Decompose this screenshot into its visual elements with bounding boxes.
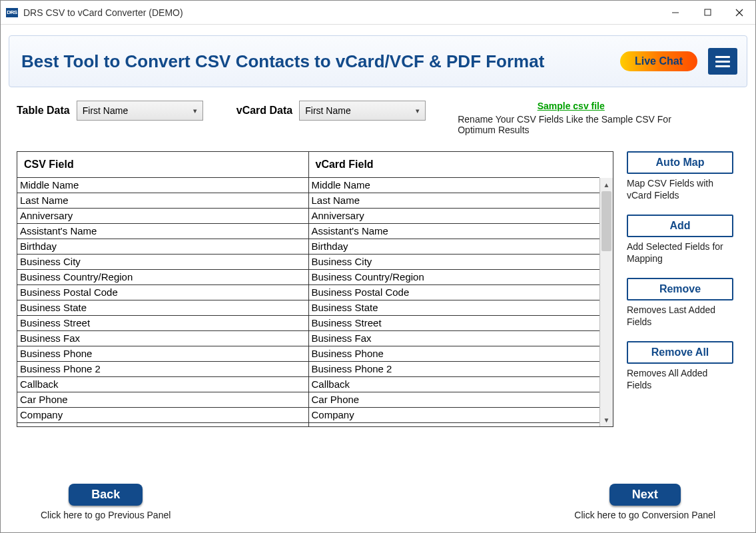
footer-nav: Back Click here to go Previous Panel Nex… <box>17 478 739 520</box>
vcard-field-cell: Business Phone <box>308 346 599 361</box>
table-row[interactable]: CallbackCallback <box>17 376 599 392</box>
csv-field-cell: Business Street <box>17 315 308 330</box>
vcard-data-label: vCard Data <box>236 101 292 117</box>
sample-hint: Rename Your CSV Fields Like the Sample C… <box>458 114 671 135</box>
app-icon: DRS <box>6 8 18 17</box>
scroll-down-icon[interactable]: ▼ <box>600 413 613 426</box>
csv-field-cell: Callback <box>17 376 308 392</box>
vcard-field-cell: Callback <box>308 376 599 392</box>
content-row: CSV Field vCard Field Middle NameMiddle … <box>17 151 739 478</box>
table-row[interactable]: CompanyCompany <box>17 407 599 422</box>
auto-map-description: Map CSV Fields with vCard Fields <box>627 178 733 201</box>
vcard-field-cell: Business Country/Region <box>308 269 599 284</box>
vcard-data-value: First Name <box>305 105 350 116</box>
window-controls <box>659 1 755 24</box>
table-row[interactable]: Business Phone 2Business Phone 2 <box>17 361 599 376</box>
vcard-field-cell: Business Fax <box>308 330 599 346</box>
table-row[interactable]: Car PhoneCar Phone <box>17 392 599 407</box>
main-panel: Table Data First Name ▾ vCard Data First… <box>1 94 755 520</box>
back-hint: Click here to go Previous Panel <box>41 510 171 520</box>
back-button[interactable]: Back <box>69 484 143 506</box>
chevron-down-icon: ▾ <box>193 107 197 115</box>
csv-field-cell: Business Phone <box>17 346 308 361</box>
remove-all-button[interactable]: Remove All <box>627 341 733 364</box>
table-data-dropdown[interactable]: First Name ▾ <box>77 101 203 121</box>
table-row[interactable]: Middle NameMiddle Name <box>17 177 599 193</box>
menu-button[interactable] <box>708 48 737 75</box>
vcard-field-cell: Business Street <box>308 315 599 330</box>
close-button[interactable] <box>723 1 755 24</box>
table-row[interactable]: Assistant's NameAssistant's Name <box>17 223 599 239</box>
chevron-down-icon: ▾ <box>416 107 420 115</box>
csv-field-cell: Business City <box>17 254 308 269</box>
table-row[interactable]: Business StateBusiness State <box>17 300 599 315</box>
csv-field-cell: Business Phone 2 <box>17 361 308 376</box>
csv-field-cell: Business State <box>17 300 308 315</box>
vertical-scrollbar[interactable]: ▲ ▼ <box>599 178 613 426</box>
vcard-field-cell: Business Phone 2 <box>308 361 599 376</box>
live-chat-button[interactable]: Live Chat <box>620 51 697 71</box>
table-row[interactable]: Company Main PhoneCompany Main Phone <box>17 422 599 426</box>
csv-field-cell: Anniversary <box>17 208 308 223</box>
vcard-field-cell: Birthday <box>308 239 599 254</box>
csv-field-cell: Business Country/Region <box>17 269 308 284</box>
table-data-label: Table Data <box>17 101 70 117</box>
table-row[interactable]: Business CityBusiness City <box>17 254 599 269</box>
remove-all-description: Removes All Added Fields <box>627 368 733 391</box>
banner: Best Tool to Convert CSV Contacts to vCa… <box>9 35 747 87</box>
remove-button[interactable]: Remove <box>627 278 733 300</box>
table-row[interactable]: Last NameLast Name <box>17 193 599 208</box>
controls-row: Table Data First Name ▾ vCard Data First… <box>17 101 739 135</box>
csv-field-cell: Business Postal Code <box>17 284 308 300</box>
col-csv-field[interactable]: CSV Field <box>17 152 308 177</box>
banner-title: Best Tool to Convert CSV Contacts to vCa… <box>21 51 620 72</box>
col-vcard-field[interactable]: vCard Field <box>308 152 599 177</box>
next-hint: Click here to go Conversion Panel <box>574 510 715 520</box>
vcard-field-cell: Business Postal Code <box>308 284 599 300</box>
csv-field-cell: Birthday <box>17 239 308 254</box>
add-description: Add Selected Fields for Mapping <box>627 241 733 265</box>
table-scroll: CSV Field vCard Field Middle NameMiddle … <box>17 152 599 426</box>
vcard-field-cell: Business City <box>308 254 599 269</box>
vcard-field-cell: Car Phone <box>308 392 599 407</box>
mapping-table-container: CSV Field vCard Field Middle NameMiddle … <box>17 151 613 427</box>
svg-rect-1 <box>705 9 711 15</box>
vcard-field-cell: Company <box>308 407 599 422</box>
remove-description: Removes Last Added Fields <box>627 304 733 328</box>
vcard-field-cell: Company Main Phone <box>308 422 599 426</box>
next-button[interactable]: Next <box>609 484 681 506</box>
vcard-field-cell: Assistant's Name <box>308 223 599 239</box>
table-row[interactable]: AnniversaryAnniversary <box>17 208 599 223</box>
vcard-field-cell: Business State <box>308 300 599 315</box>
minimize-button[interactable] <box>659 1 691 24</box>
csv-field-cell: Middle Name <box>17 177 308 193</box>
csv-field-cell: Company Main Phone <box>17 422 308 426</box>
vcard-field-cell: Middle Name <box>308 177 599 193</box>
vcard-field-cell: Anniversary <box>308 208 599 223</box>
table-row[interactable]: Business PhoneBusiness Phone <box>17 346 599 361</box>
csv-field-cell: Business Fax <box>17 330 308 346</box>
csv-field-cell: Assistant's Name <box>17 223 308 239</box>
table-row[interactable]: BirthdayBirthday <box>17 239 599 254</box>
csv-field-cell: Car Phone <box>17 392 308 407</box>
window-title: DRS CSV to vCard Converter (DEMO) <box>23 7 659 18</box>
vcard-data-dropdown[interactable]: First Name ▾ <box>299 101 426 121</box>
csv-field-cell: Last Name <box>17 193 308 208</box>
table-row[interactable]: Business Postal CodeBusiness Postal Code <box>17 284 599 300</box>
table-data-value: First Name <box>83 105 128 116</box>
vcard-field-cell: Last Name <box>308 193 599 208</box>
hamburger-icon <box>715 56 730 58</box>
side-buttons: Auto Map Map CSV Fields with vCard Field… <box>627 151 733 478</box>
auto-map-button[interactable]: Auto Map <box>627 151 733 174</box>
sample-info: Sample csv file Rename Your CSV Fields L… <box>458 101 684 135</box>
scroll-thumb[interactable] <box>601 191 611 251</box>
mapping-table: CSV Field vCard Field Middle NameMiddle … <box>17 152 599 426</box>
table-row[interactable]: Business StreetBusiness Street <box>17 315 599 330</box>
add-button[interactable]: Add <box>627 215 733 237</box>
scroll-up-icon[interactable]: ▲ <box>600 178 613 191</box>
sample-csv-link[interactable]: Sample csv file <box>458 101 684 111</box>
maximize-button[interactable] <box>691 1 723 24</box>
table-row[interactable]: Business Country/RegionBusiness Country/… <box>17 269 599 284</box>
table-row[interactable]: Business FaxBusiness Fax <box>17 330 599 346</box>
csv-field-cell: Company <box>17 407 308 422</box>
